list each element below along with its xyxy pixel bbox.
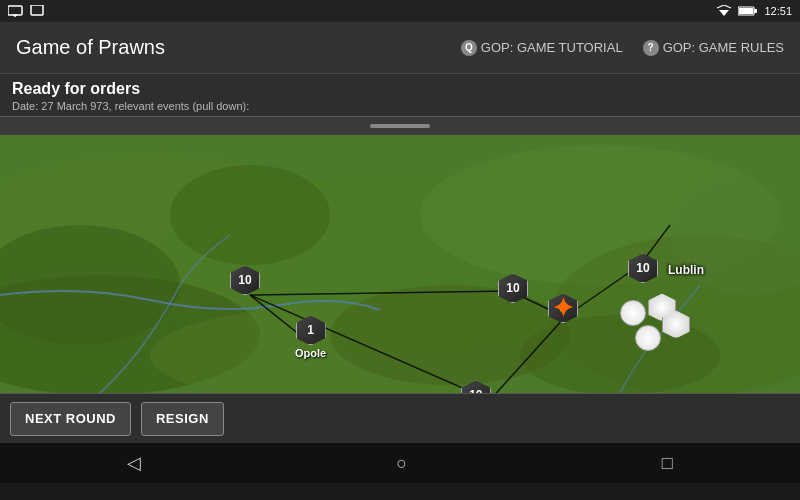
bottom-bar: NEXT ROUND RESIGN — [0, 393, 800, 443]
unit-token-2[interactable]: 1 Opole — [295, 315, 326, 359]
rules-icon: ? — [643, 40, 659, 56]
unit-token-7[interactable]: 10 — [628, 253, 658, 283]
unit-token-1[interactable]: 10 — [230, 265, 260, 295]
tutorial-link[interactable]: Q GOP: GAME TUTORIAL — [461, 40, 623, 56]
unit-token-attack[interactable]: ✦ 8 — [548, 293, 578, 323]
svg-rect-7 — [739, 8, 753, 14]
svg-rect-6 — [754, 9, 757, 13]
status-left — [8, 5, 44, 17]
date-line: Date: 27 March 973, relevant events (pul… — [12, 100, 788, 112]
battery-icon — [738, 5, 758, 17]
home-button[interactable]: ○ — [388, 445, 415, 482]
svg-marker-4 — [719, 10, 729, 16]
clock: 12:51 — [764, 5, 792, 17]
svg-point-16 — [170, 165, 330, 265]
svg-rect-0 — [8, 6, 22, 15]
rules-link[interactable]: ? GOP: GAME RULES — [643, 40, 784, 56]
wifi-icon — [716, 5, 732, 17]
city-lublin-label: Lublin — [668, 263, 704, 277]
token-hex-7: 10 — [628, 253, 658, 283]
svg-rect-3 — [31, 5, 43, 15]
token-hex-5: 10 — [461, 380, 491, 393]
back-button[interactable]: ◁ — [119, 444, 149, 482]
svg-point-18 — [520, 315, 720, 393]
top-bar-links: Q GOP: GAME TUTORIAL ? GOP: GAME RULES — [461, 40, 784, 56]
next-round-button[interactable]: NEXT ROUND — [10, 402, 131, 436]
token-hex-3: 10 — [498, 273, 528, 303]
unit-token-5[interactable]: 10 Kraków — [456, 380, 496, 393]
unit-token-3[interactable]: 10 — [498, 273, 528, 303]
tutorial-icon: Q — [461, 40, 477, 56]
phone-icon — [30, 5, 44, 17]
status-right: 12:51 — [716, 5, 792, 17]
top-bar: Game of Prawns Q GOP: GAME TUTORIAL ? GO… — [0, 22, 800, 74]
enemy-unit-1 — [620, 300, 646, 326]
ready-title: Ready for orders — [12, 78, 788, 100]
pull-indicator[interactable] — [0, 117, 800, 135]
token-hex-1: 10 — [230, 265, 260, 295]
city-opole: Opole — [295, 347, 326, 359]
map-area[interactable]: 10 1 Opole 10 ✦ 8 10 Kraków 2 10 — [0, 135, 800, 393]
recent-button[interactable]: □ — [654, 445, 681, 482]
status-bar: 12:51 — [0, 0, 800, 22]
app-title: Game of Prawns — [16, 36, 165, 59]
token-hex-2: 1 — [296, 315, 326, 345]
resign-button[interactable]: RESIGN — [141, 402, 224, 436]
pull-bar — [370, 124, 430, 128]
nav-bar: ◁ ○ □ — [0, 443, 800, 483]
enemy-unit-4 — [662, 310, 690, 338]
info-bar: Ready for orders Date: 27 March 973, rel… — [0, 74, 800, 117]
screen-icon — [8, 5, 24, 17]
enemy-unit-3 — [635, 325, 661, 351]
